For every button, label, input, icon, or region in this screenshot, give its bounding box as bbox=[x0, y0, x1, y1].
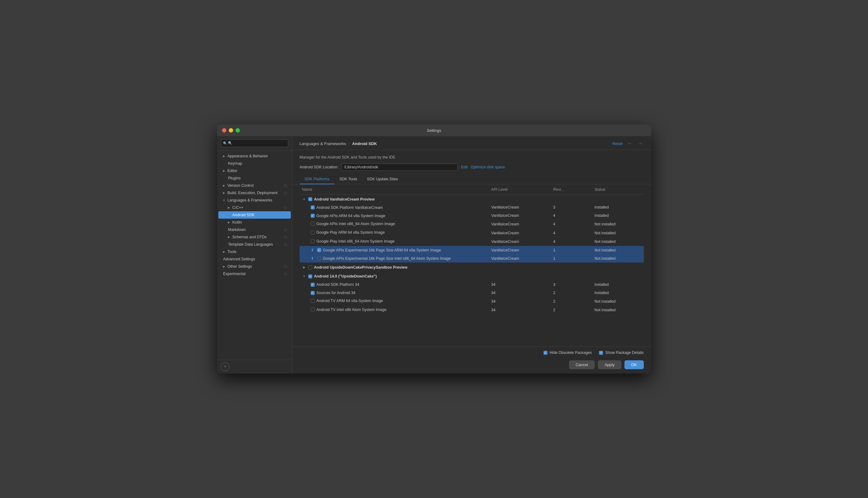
show-package-details-checkbox[interactable] bbox=[599, 351, 603, 355]
tab-sdk-platforms[interactable]: SDK Platforms bbox=[300, 174, 334, 184]
sidebar-item-advanced-settings[interactable]: Advanced Settings bbox=[219, 255, 291, 263]
sidebar-item-version-control[interactable]: ▶ Version Control ⬡ bbox=[219, 182, 291, 189]
minimize-button[interactable] bbox=[229, 128, 233, 132]
sidebar-item-markdown[interactable]: Markdown ⬡ bbox=[219, 226, 291, 233]
row-status: Installed bbox=[592, 203, 644, 212]
sidebar-item-experimental[interactable]: Experimental ⬡ bbox=[219, 270, 291, 277]
group-checkbox-android14[interactable] bbox=[308, 274, 312, 278]
sidebar-item-plugins[interactable]: Plugins bbox=[219, 174, 291, 182]
titlebar: Settings bbox=[217, 124, 651, 136]
row-api: 34 bbox=[489, 306, 551, 315]
row-google-apis-exp-arm64: ⬇ Google APIs Experimental 16k Page Size… bbox=[302, 248, 441, 252]
row-label: Google APIs ARM 64 v8a System Image bbox=[317, 214, 385, 218]
sdk-location-label: Android SDK Location: bbox=[300, 165, 338, 169]
sidebar-item-label: Version Control bbox=[227, 183, 284, 188]
table-container: Name API Level Revi... Status ▼ bbox=[292, 184, 651, 346]
hide-obsolete-checkbox[interactable] bbox=[543, 351, 548, 355]
row-checkbox[interactable] bbox=[311, 239, 315, 243]
sdk-location-input[interactable] bbox=[341, 163, 458, 171]
close-button[interactable] bbox=[222, 128, 226, 132]
row-checkbox[interactable] bbox=[311, 307, 315, 312]
sidebar-item-template-data[interactable]: Template Data Languages ⬡ bbox=[219, 241, 291, 248]
sidebar-item-label: Template Data Languages bbox=[228, 242, 284, 247]
row-checkbox[interactable] bbox=[311, 283, 315, 287]
forward-button[interactable]: → bbox=[637, 141, 644, 147]
help-button[interactable]: ? bbox=[221, 363, 229, 371]
expand-icon[interactable]: ▶ bbox=[302, 265, 306, 270]
row-checkbox[interactable] bbox=[311, 206, 315, 209]
sidebar-item-languages[interactable]: ▼ Languages & Frameworks bbox=[219, 197, 291, 204]
table-row[interactable]: ▼ Android 14.0 ("UpsideDownCake") bbox=[300, 271, 644, 280]
row-api: 34 bbox=[489, 289, 551, 297]
expand-icon[interactable]: ▼ bbox=[302, 197, 306, 201]
row-status: Not installed bbox=[592, 306, 644, 315]
row-google-apis-arm64: Google APIs ARM 64 v8a System Image bbox=[302, 214, 385, 218]
row-label: Google APIs Experimental 16k Page Size A… bbox=[323, 248, 441, 252]
panel-description: Manager for the Android SDK and Tools us… bbox=[292, 150, 651, 163]
row-checkbox[interactable] bbox=[317, 248, 321, 252]
back-button[interactable]: ← bbox=[627, 141, 633, 147]
sidebar-item-other-settings[interactable]: ▶ Other Settings ⬡ bbox=[219, 263, 291, 270]
row-status: Not installed bbox=[592, 254, 644, 262]
sidebar-item-kotlin[interactable]: ▶ Kotlin bbox=[219, 219, 291, 226]
sidebar-item-android-sdk[interactable]: Android SDK bbox=[219, 211, 291, 219]
chevron-right-icon: ▶ bbox=[222, 169, 226, 173]
chevron-right-icon: ▶ bbox=[227, 235, 231, 239]
group-checkbox-vanilla[interactable] bbox=[308, 197, 312, 201]
download-icon: ⬇ bbox=[311, 248, 314, 252]
row-google-play-arm64: Google Play ARM 64 v8a System Image bbox=[302, 230, 385, 235]
sidebar-item-schemas[interactable]: ▶ Schemas and DTDs ⬡ bbox=[219, 233, 291, 241]
chevron-right-icon: ▶ bbox=[222, 264, 226, 268]
row-status: Not installed bbox=[592, 228, 644, 237]
row-checkbox[interactable] bbox=[311, 291, 315, 295]
row-rev: 4 bbox=[551, 212, 592, 220]
row-rev: 1 bbox=[551, 246, 592, 254]
sidebar-item-build[interactable]: ▶ Build, Execution, Deployment ⬡ bbox=[219, 189, 291, 197]
row-label: Android TV Intel x86 Atom System Image bbox=[317, 307, 386, 312]
group-label-android14: Android 14.0 ("UpsideDownCake") bbox=[314, 274, 377, 278]
row-rev: 2 bbox=[551, 289, 592, 297]
tab-sdk-tools[interactable]: SDK Tools bbox=[334, 174, 362, 184]
row-checkbox[interactable] bbox=[311, 222, 315, 226]
chevron-right-icon: ▶ bbox=[222, 154, 226, 158]
group-header-android14: ▼ Android 14.0 ("UpsideDownCake") bbox=[302, 274, 377, 278]
row-rev: 2 bbox=[551, 297, 592, 306]
vcs-badge: ⬡ bbox=[284, 184, 287, 188]
row-checkbox[interactable] bbox=[311, 214, 315, 218]
hide-obsolete-item[interactable]: Hide Obsolete Packages bbox=[543, 351, 592, 355]
sidebar-bottom: ? bbox=[217, 360, 292, 374]
sidebar-item-keymap[interactable]: Keymap bbox=[219, 160, 291, 167]
row-checkbox[interactable] bbox=[311, 299, 315, 303]
optimize-button[interactable]: Optimize disk space bbox=[471, 165, 505, 169]
group-checkbox-privacy[interactable] bbox=[308, 265, 312, 270]
row-tv-arm64-34: Android TV ARM 64 v8a System Image bbox=[302, 299, 383, 303]
sidebar-item-tools[interactable]: ▶ Tools bbox=[219, 248, 291, 255]
row-status: Not installed bbox=[592, 246, 644, 254]
tab-sdk-update-sites[interactable]: SDK Update Sites bbox=[362, 174, 403, 184]
show-package-details-item[interactable]: Show Package Details bbox=[599, 351, 644, 355]
tabs-row: SDK Platforms SDK Tools SDK Update Sites bbox=[292, 174, 651, 184]
row-rev: 3 bbox=[551, 203, 592, 212]
table-row: ⬇ Google APIs Experimental 16k Page Size… bbox=[300, 246, 644, 254]
row-label: Android SDK Platform 34 bbox=[317, 283, 359, 287]
reset-button[interactable]: Reset bbox=[613, 141, 623, 146]
table-row[interactable]: ▼ Android VanillaIceCream Preview bbox=[300, 194, 644, 203]
edit-button[interactable]: Edit bbox=[461, 165, 468, 169]
row-checkbox[interactable] bbox=[317, 257, 321, 260]
maximize-button[interactable] bbox=[236, 128, 240, 132]
header-nav: Reset ← → bbox=[613, 141, 644, 147]
cancel-button[interactable]: Cancel bbox=[569, 360, 595, 369]
expand-icon[interactable]: ▼ bbox=[302, 274, 306, 278]
footer-row: Hide Obsolete Packages Show Package Deta… bbox=[292, 346, 651, 357]
sidebar-item-cpp[interactable]: ▶ C/C++ ⬡ bbox=[219, 204, 291, 211]
sidebar-item-label: Schemas and DTDs bbox=[233, 235, 284, 239]
sidebar-item-editor[interactable]: ▶ Editor bbox=[219, 167, 291, 174]
ok-button[interactable]: OK bbox=[624, 360, 644, 369]
table-row[interactable]: ▶ Android UpsideDownCakePrivacySandbox P… bbox=[300, 262, 644, 271]
row-label: Google APIs Intel x86_64 Atom System Ima… bbox=[317, 222, 395, 226]
search-input[interactable] bbox=[221, 139, 288, 147]
row-checkbox[interactable] bbox=[311, 231, 315, 235]
sidebar-item-label: C/C++ bbox=[233, 206, 284, 210]
apply-button[interactable]: Apply bbox=[598, 360, 621, 369]
sidebar-item-appearance[interactable]: ▶ Appearance & Behavior bbox=[219, 153, 291, 160]
